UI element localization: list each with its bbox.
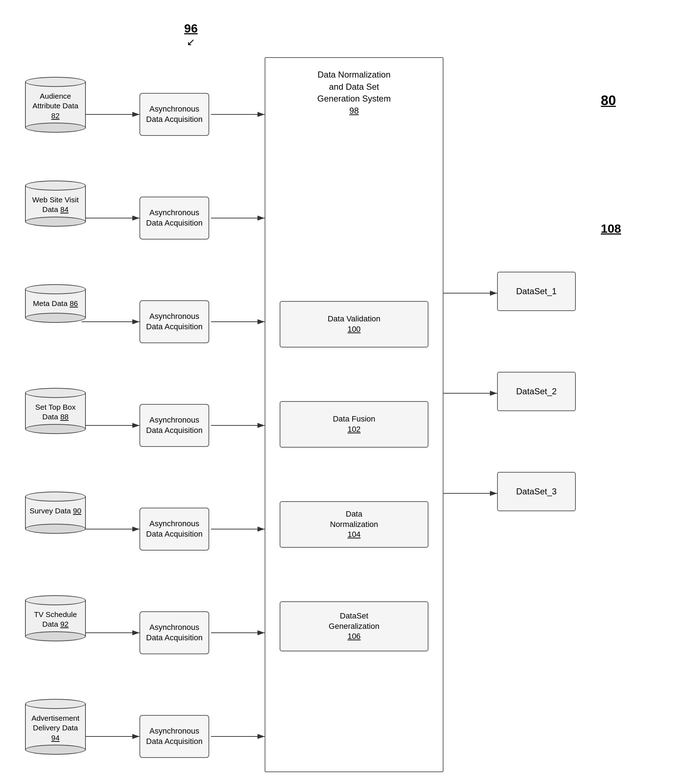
cylinder-web-site-visit-data: Web Site Visit Data 84: [25, 181, 86, 227]
cylinder-meta-data: Meta Data 86: [25, 284, 86, 323]
async-box-2: Asynchronous Data Acquisition: [140, 197, 209, 239]
cylinder-audience-attribute-data: Audience Attribute Data 82: [25, 77, 86, 133]
ref-108-label: 108: [601, 222, 621, 236]
inner-box-data-validation: Data Validation 100: [280, 301, 428, 348]
output-box-dataset-3: DataSet_3: [497, 472, 576, 511]
async-box-1: Asynchronous Data Acquisition: [140, 93, 209, 136]
diagram-container: 96 ↙ 80 108 Audience Attribute Data 82 W…: [21, 21, 665, 772]
output-box-dataset-2: DataSet_2: [497, 372, 576, 411]
async-box-3: Asynchronous Data Acquisition: [140, 300, 209, 343]
main-system-title: Data Normalizationand Data SetGeneration…: [269, 69, 439, 117]
async-box-7: Asynchronous Data Acquisition: [140, 715, 209, 758]
async-box-5: Asynchronous Data Acquisition: [140, 508, 209, 550]
cylinder-survey-data: Survey Data 90: [25, 492, 86, 534]
cylinder-set-top-box-data: Set Top Box Data 88: [25, 388, 86, 434]
output-box-dataset-1: DataSet_1: [497, 272, 576, 311]
ref-96-label: 96 ↙: [184, 21, 198, 48]
main-system-rect: Data Normalizationand Data SetGeneration…: [265, 57, 443, 772]
async-box-6: Asynchronous Data Acquisition: [140, 611, 209, 654]
inner-box-dataset-generalization: DataSetGeneralization 106: [280, 601, 428, 651]
cylinder-tv-schedule-data: TV Schedule Data 92: [25, 595, 86, 641]
inner-box-data-fusion: Data Fusion 102: [280, 401, 428, 448]
async-box-4: Asynchronous Data Acquisition: [140, 404, 209, 447]
cylinder-advertisement-delivery-data: Advertisement Delivery Data 94: [25, 699, 86, 755]
ref-80-label: 80: [601, 93, 616, 108]
inner-box-data-normalization: DataNormalization 104: [280, 501, 428, 548]
